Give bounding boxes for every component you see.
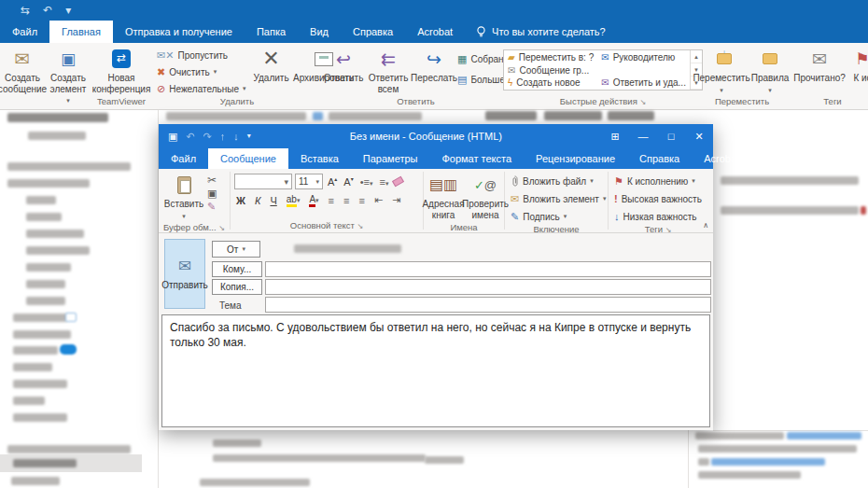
lightbulb-icon (761, 153, 770, 164)
main-tab-папка[interactable]: Папка (245, 21, 298, 43)
shrink-font-icon[interactable]: А▾ (342, 175, 355, 188)
blurred-text (698, 471, 801, 479)
tell-me-box[interactable]: Что вы хотите сделать? (465, 21, 617, 43)
compose-tab-вставка[interactable]: Вставка (288, 148, 351, 169)
cc-button[interactable]: Копия... (212, 279, 262, 295)
blurred-text (544, 111, 602, 120)
new-conference-button[interactable]: ⇄ Новая конференция (90, 46, 153, 96)
quick-step-item[interactable]: ✉Ответить и уда... (601, 77, 686, 88)
numbering-icon[interactable]: ≡▾ (378, 176, 391, 188)
compose-tab-сообщение[interactable]: Сообщение (208, 148, 288, 169)
underline-button[interactable]: Ч (268, 195, 278, 206)
next-item-icon[interactable]: ↓ (233, 132, 239, 142)
compose-titlebar[interactable]: ▣ ↶ ↷ ↑ ↓ ▾ Без имени - Сообщение (HTML)… (159, 124, 713, 148)
decrease-indent-icon[interactable]: ⇤ (372, 194, 385, 206)
to-field[interactable] (265, 261, 711, 277)
rules-button[interactable]: Правила▾ (751, 46, 789, 96)
compose-tab-acrobat[interactable]: Acrobat (692, 148, 751, 169)
main-tab-acrobat[interactable]: Acrobat (405, 21, 465, 43)
main-tab-главная[interactable]: Главная (49, 21, 113, 43)
cut-icon[interactable]: ✂ (207, 174, 217, 186)
subject-field[interactable] (265, 297, 711, 313)
font-size-select[interactable]: 11▾ (295, 174, 323, 189)
folder-check-icon: ▰ (508, 52, 515, 63)
send-receive-icon[interactable]: ⇆ (21, 5, 30, 16)
compose-tab-формат-текста[interactable]: Формат текста (429, 148, 524, 169)
bullets-icon[interactable]: •≡▾ (358, 176, 375, 188)
unread-button[interactable]: ✉ Прочитано? (792, 46, 847, 86)
quick-step-item[interactable]: ✉Руководителю (601, 52, 686, 63)
delete-button[interactable]: ✕ Удалить (252, 46, 291, 86)
follow-up-button[interactable]: ⚑К исполнению ▾ (614, 174, 707, 188)
minimize-icon[interactable]: — (629, 124, 657, 148)
format-painter-icon[interactable]: ✎ (207, 202, 217, 212)
ribbon-group-move: ↓ Переместить▾ Правила▾ Переместить (695, 43, 789, 109)
reply-all-button[interactable]: ⇇ Ответить всем (366, 46, 411, 96)
new-message-button[interactable]: ✉ Создать сообщение (0, 46, 45, 96)
grow-font-icon[interactable]: А▴ (326, 175, 339, 188)
high-importance-button[interactable]: !Высокая важность (614, 191, 707, 206)
follow-up-button[interactable]: ⚑ К ис (848, 46, 868, 86)
font-name-select[interactable]: ▾ (234, 174, 292, 189)
clear-formatting-icon[interactable] (392, 176, 404, 188)
message-body[interactable]: Спасибо за письмо. С удовольствием бы от… (161, 314, 710, 427)
blurred-text (13, 397, 45, 405)
customize-quick-access-icon[interactable]: ▾ (65, 5, 71, 16)
attach-item-icon: ✉ (511, 194, 519, 204)
previous-item-icon[interactable]: ↑ (220, 132, 226, 142)
address-book-button[interactable]: ▤▥ Адресная книга (423, 172, 464, 222)
check-names-button[interactable]: ✓@ Проверить имена (466, 172, 505, 222)
to-button[interactable]: Кому... (212, 261, 262, 277)
quick-step-item[interactable]: ϟСоздать новое (508, 77, 594, 88)
dialog-launcher-icon[interactable]: ↘ (357, 222, 364, 230)
quick-step-item[interactable]: ▰Переместить в: ? (508, 52, 594, 63)
font-color-icon[interactable]: А▾ (307, 193, 320, 207)
cleanup-button[interactable]: ✖Очистить ▾ (157, 64, 246, 79)
ribbon-display-options-icon[interactable]: ⊞ (601, 124, 629, 148)
collapse-ribbon-icon[interactable]: ∧ (703, 221, 708, 230)
maximize-icon[interactable]: □ (657, 124, 685, 148)
attach-item-button[interactable]: ✉Вложить элемент ▾ (511, 191, 608, 206)
highlight-color-icon[interactable]: ab▾ (285, 193, 302, 207)
ignore-button[interactable]: ✉✕Пропустить (157, 48, 246, 63)
low-importance-button[interactable]: ↓Низкая важность (614, 209, 707, 224)
from-button[interactable]: От▾ (212, 241, 260, 258)
copy-icon[interactable]: ▣ (207, 188, 217, 199)
save-icon[interactable]: ▣ (168, 132, 177, 142)
assistant-box[interactable]: Помощник (751, 148, 834, 169)
dialog-launcher-icon[interactable]: ↘ (639, 98, 646, 106)
blurred-text (485, 111, 537, 120)
bold-button[interactable]: Ж (234, 195, 247, 206)
junk-button[interactable]: ⊘Нежелательные ▾ (157, 81, 246, 96)
redo-icon[interactable]: ↷ (203, 132, 212, 142)
main-tab-отправка-и-получение[interactable]: Отправка и получение (113, 21, 245, 43)
send-button[interactable]: ✉ Отправить (164, 239, 205, 309)
italic-button[interactable]: К (253, 195, 262, 206)
main-tab-вид[interactable]: Вид (298, 21, 341, 43)
main-tab-row: ФайлГлавнаяОтправка и получениеПапкаВидС… (0, 21, 868, 43)
main-tab-справка[interactable]: Справка (341, 21, 405, 43)
forward-button[interactable]: ↪ Переслать (413, 46, 455, 86)
align-left-icon[interactable]: ≡ (327, 195, 336, 206)
undo-icon[interactable]: ↶ (43, 5, 52, 16)
increase-indent-icon[interactable]: ⇥ (390, 194, 402, 206)
cc-field[interactable] (265, 279, 711, 295)
undo-icon[interactable]: ↶ (186, 132, 194, 142)
paste-button[interactable]: Вставить▾ (165, 172, 203, 222)
close-icon[interactable]: ✕ (685, 124, 713, 148)
align-right-icon[interactable]: ≡ (357, 195, 366, 206)
compose-tab-параметры[interactable]: Параметры (351, 148, 430, 169)
move-button[interactable]: ↓ Переместить▾ (695, 46, 748, 96)
new-item-button[interactable]: ▣ Создать элемент ▾ (47, 46, 90, 107)
main-tab-файл[interactable]: Файл (0, 21, 49, 43)
compose-tab-файл[interactable]: Файл (159, 148, 208, 169)
align-center-icon[interactable]: ≡ (342, 195, 351, 206)
compose-tab-справка[interactable]: Справка (627, 148, 692, 169)
attach-file-button[interactable]: Вложить файл ▾ (511, 174, 608, 188)
blurred-text (721, 176, 859, 185)
dialog-launcher-icon[interactable]: ↘ (218, 224, 225, 232)
reply-button[interactable]: ↩ Ответить (323, 46, 364, 86)
signature-button[interactable]: ✎Подпись ▾ (511, 209, 608, 224)
compose-tab-рецензирование[interactable]: Рецензирование (524, 148, 627, 169)
quick-step-item[interactable]: ✉Сообщение гр... (508, 65, 594, 76)
